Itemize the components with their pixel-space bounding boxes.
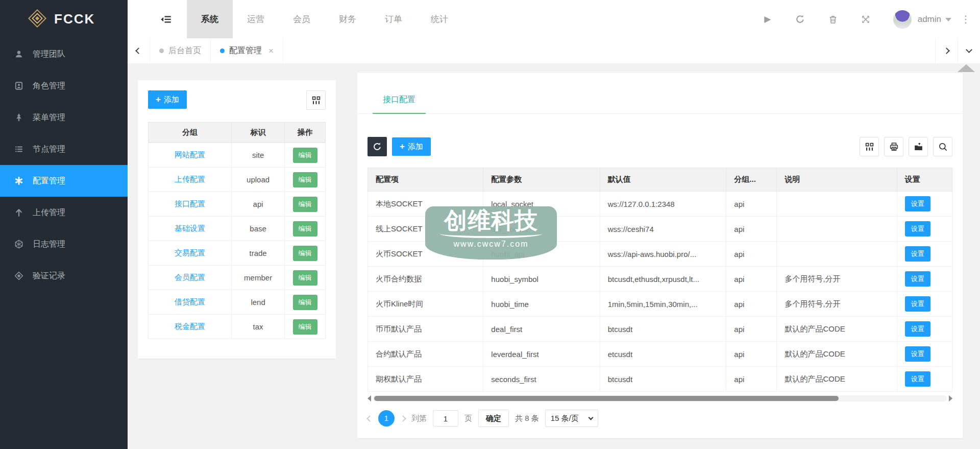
sidebar-item-logs[interactable]: 日志管理	[0, 228, 128, 260]
edit-group-button[interactable]: 编辑	[293, 295, 317, 310]
edit-group-button[interactable]: 编辑	[293, 172, 317, 187]
user-name[interactable]: admin	[918, 14, 941, 25]
scrollbar-thumb[interactable]	[374, 396, 839, 401]
scroll-left-arrow-icon[interactable]	[368, 395, 371, 401]
fullscreen-icon[interactable]	[849, 15, 882, 24]
brand-name: FCCK	[54, 11, 95, 27]
sidebar-item-label: 节点管理	[33, 144, 65, 155]
sidebar-item-menus[interactable]: 菜单管理	[0, 102, 128, 133]
config-default-value: btcusdt	[600, 317, 726, 342]
topnav-item-member[interactable]: 会员	[279, 0, 325, 38]
page-number-input[interactable]	[433, 410, 458, 427]
sidebar-item-label: 上传管理	[33, 207, 65, 218]
user-avatar[interactable]	[893, 10, 912, 29]
page-unit-label: 页	[464, 414, 472, 423]
config-item: 火币SOCKET	[368, 242, 483, 267]
topnav-item-system[interactable]: 系统	[187, 0, 233, 38]
settings-button[interactable]: 设置	[905, 246, 930, 262]
tab-home[interactable]: 后台首页	[150, 38, 211, 63]
config-group: api	[726, 217, 777, 242]
edit-group-button[interactable]: 编辑	[293, 270, 317, 286]
config-group: api	[726, 192, 777, 217]
sidebar-item-team[interactable]: 管理团队	[0, 38, 128, 70]
tab-api-config[interactable]: 接口配置	[373, 94, 426, 114]
select-chevron-down-icon	[588, 415, 593, 420]
add-group-button[interactable]: + 添加	[148, 90, 187, 109]
scrollbar-track[interactable]	[373, 395, 947, 401]
sidebar-collapse-icon[interactable]	[153, 0, 179, 38]
trash-icon[interactable]	[817, 15, 849, 24]
topnav-item-operation[interactable]: 运营	[233, 0, 279, 38]
tabs-scroll-right-icon[interactable]	[935, 38, 958, 63]
sidebar-item-roles[interactable]: 角色管理	[0, 70, 128, 102]
settings-button[interactable]: 设置	[905, 321, 930, 337]
sidebar-item-nodes[interactable]: 节点管理	[0, 133, 128, 165]
sidebar-item-uploads[interactable]: 上传管理	[0, 197, 128, 228]
group-link[interactable]: 税金配置	[175, 322, 205, 330]
scroll-top-triangle-icon[interactable]	[958, 64, 975, 72]
top-nav: 系统 运营 会员 财务 订单 统计	[187, 0, 462, 38]
settings-button[interactable]: 设置	[905, 271, 930, 287]
group-row: 基础设置 base 编辑	[149, 217, 326, 241]
tabs-menu-icon[interactable]	[958, 38, 980, 63]
confirm-page-button[interactable]: 确定	[478, 410, 509, 427]
config-param: seconds_first	[483, 367, 600, 392]
play-icon[interactable]: ▶	[751, 14, 784, 25]
settings-button[interactable]: 设置	[905, 196, 930, 211]
refresh-icon[interactable]	[784, 14, 817, 24]
config-description	[777, 242, 897, 267]
group-link[interactable]: 网站配置	[175, 150, 205, 159]
edit-group-button[interactable]: 编辑	[293, 221, 317, 237]
tab-dot-icon	[220, 49, 225, 53]
search-button[interactable]	[933, 137, 952, 156]
settings-button[interactable]: 设置	[905, 221, 930, 237]
print-button[interactable]	[884, 137, 903, 156]
config-item: 火币Kline时间	[368, 292, 483, 317]
columns-filter-button[interactable]	[860, 137, 879, 156]
group-link[interactable]: 会员配置	[175, 273, 205, 281]
edit-group-button[interactable]: 编辑	[293, 319, 317, 335]
group-row: 接口配置 api 编辑	[149, 192, 326, 217]
config-description: 多个用符号,分开	[777, 292, 897, 317]
edit-group-button[interactable]: 编辑	[293, 246, 317, 261]
refresh-table-button[interactable]	[368, 137, 387, 156]
config-description: 默认的产品CODE	[777, 342, 897, 367]
config-item: 期权默认产品	[368, 367, 483, 392]
scroll-right-arrow-icon[interactable]	[949, 395, 952, 401]
tabs-scroll-left-icon[interactable]	[128, 38, 150, 63]
group-link[interactable]: 基础设置	[175, 224, 205, 232]
group-link[interactable]: 接口配置	[175, 199, 205, 208]
edit-group-button[interactable]: 编辑	[293, 148, 317, 163]
config-item: 本地SOCKET	[368, 192, 483, 217]
col-description: 说明	[777, 168, 897, 192]
topnav-item-order[interactable]: 订单	[371, 0, 416, 38]
pagination: 1 到第 页 确定 共 8 条 15 条/页	[368, 410, 952, 427]
group-link[interactable]: 上传配置	[175, 175, 205, 183]
more-options-icon[interactable]: ⋮	[951, 13, 980, 25]
topnav-item-finance[interactable]: 财务	[325, 0, 371, 38]
prev-page-icon[interactable]	[366, 415, 373, 422]
export-button[interactable]	[909, 137, 928, 156]
col-key: 标识	[232, 123, 285, 143]
current-page-button[interactable]: 1	[378, 410, 395, 427]
add-config-button[interactable]: + 添加	[392, 137, 431, 156]
tab-close-icon[interactable]: ×	[268, 46, 274, 56]
config-param: api_socket	[483, 217, 600, 242]
sidebar-item-verification[interactable]: 验证记录	[0, 260, 128, 292]
topnav-item-stats[interactable]: 统计	[416, 0, 462, 38]
settings-button[interactable]: 设置	[905, 371, 930, 387]
tab-config-management[interactable]: 配置管理 ×	[211, 38, 283, 63]
next-page-icon[interactable]	[400, 415, 406, 422]
tab-home-label: 后台首页	[168, 45, 201, 56]
page-size-select[interactable]: 15 条/页	[545, 410, 598, 427]
columns-filter-button[interactable]	[306, 90, 326, 110]
edit-group-button[interactable]: 编辑	[293, 197, 317, 212]
group-key: member	[232, 266, 285, 290]
user-caret-down-icon[interactable]	[945, 18, 951, 21]
group-link[interactable]: 借贷配置	[175, 297, 205, 306]
settings-button[interactable]: 设置	[905, 346, 930, 362]
sidebar-item-config[interactable]: 配置管理	[0, 165, 128, 197]
group-link[interactable]: 交易配置	[175, 248, 205, 257]
group-key: tax	[232, 315, 285, 339]
settings-button[interactable]: 设置	[905, 296, 930, 312]
